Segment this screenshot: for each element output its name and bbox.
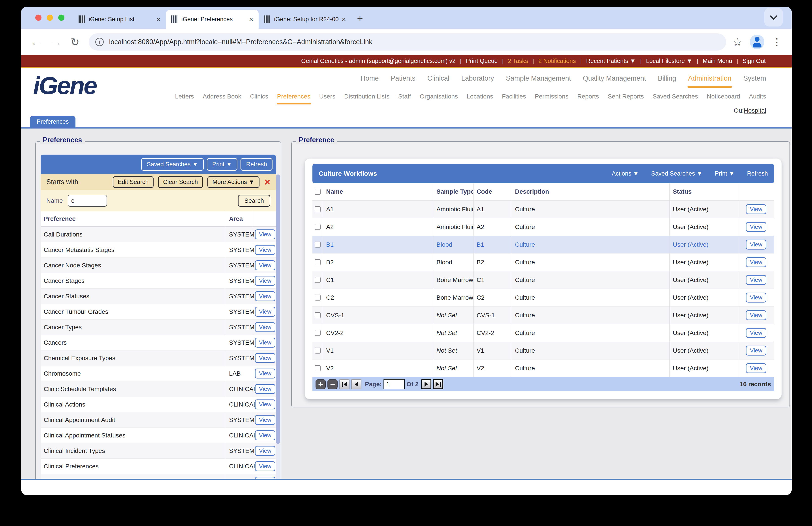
row-checkbox[interactable] bbox=[315, 365, 321, 371]
more-actions-button[interactable]: More Actions ▼ bbox=[207, 176, 260, 188]
nav-sample-management[interactable]: Sample Management bbox=[506, 74, 571, 82]
view-button[interactable]: View bbox=[255, 415, 276, 425]
subnav-facilities[interactable]: Facilities bbox=[502, 93, 526, 100]
view-button[interactable]: View bbox=[746, 328, 767, 338]
edit-search-button[interactable]: Edit Search bbox=[113, 176, 154, 188]
local-filestore-menu[interactable]: Local Filestore ▼ bbox=[646, 58, 692, 65]
maximize-window-button[interactable] bbox=[58, 15, 64, 21]
subnav-letters[interactable]: Letters bbox=[175, 93, 194, 100]
page-number-input[interactable] bbox=[383, 379, 405, 389]
nav-patients[interactable]: Patients bbox=[391, 74, 416, 82]
subnav-address-book[interactable]: Address Book bbox=[203, 93, 241, 100]
subnav-reports[interactable]: Reports bbox=[577, 93, 599, 100]
view-button[interactable]: View bbox=[255, 430, 276, 440]
row-checkbox[interactable] bbox=[315, 242, 321, 247]
subnav-permissions[interactable]: Permissions bbox=[535, 93, 568, 100]
print-button[interactable]: Print ▼ bbox=[207, 158, 238, 171]
subnav-staff[interactable]: Staff bbox=[398, 93, 411, 100]
saved-searches-button[interactable]: Saved Searches ▼ bbox=[141, 158, 203, 171]
close-window-button[interactable] bbox=[35, 15, 42, 21]
subnav-audits[interactable]: Audits bbox=[749, 93, 766, 100]
profile-avatar[interactable] bbox=[750, 35, 764, 49]
clear-search-button[interactable]: Clear Search bbox=[158, 176, 203, 188]
subnav-saved-searches[interactable]: Saved Searches bbox=[653, 93, 698, 100]
row-checkbox[interactable] bbox=[315, 259, 321, 265]
first-page-button[interactable] bbox=[339, 379, 349, 389]
nav-laboratory[interactable]: Laboratory bbox=[461, 74, 494, 82]
sign-out-link[interactable]: Sign Out bbox=[742, 58, 766, 65]
nav-administration[interactable]: Administration bbox=[688, 74, 731, 82]
view-button[interactable]: View bbox=[746, 240, 767, 250]
row-checkbox[interactable] bbox=[315, 277, 321, 283]
tasks-link[interactable]: 2 Tasks bbox=[508, 58, 528, 65]
add-row-button[interactable]: + bbox=[316, 379, 326, 389]
view-button[interactable]: View bbox=[255, 399, 276, 409]
view-button[interactable]: View bbox=[255, 369, 276, 379]
subnav-noticeboard[interactable]: Noticeboard bbox=[707, 93, 740, 100]
main-menu-link[interactable]: Main Menu bbox=[703, 58, 733, 65]
bookmark-icon[interactable]: ☆ bbox=[733, 36, 742, 48]
ou-hospital-link[interactable]: Hospital bbox=[744, 107, 766, 114]
select-all-checkbox[interactable] bbox=[315, 189, 321, 195]
view-button[interactable]: View bbox=[746, 257, 767, 267]
nav-clinical[interactable]: Clinical bbox=[427, 74, 449, 82]
browser-tab[interactable]: iGene: Setup List× bbox=[73, 10, 166, 29]
print-menu[interactable]: Print ▼ bbox=[715, 170, 735, 177]
remove-row-button[interactable]: − bbox=[328, 379, 338, 389]
view-button[interactable]: View bbox=[255, 276, 276, 286]
view-button[interactable]: View bbox=[746, 222, 767, 232]
view-button[interactable]: View bbox=[746, 275, 767, 285]
view-button[interactable]: View bbox=[255, 353, 276, 363]
reload-button[interactable]: ↻ bbox=[71, 36, 79, 48]
view-button[interactable]: View bbox=[255, 461, 276, 471]
refresh-button[interactable]: Refresh bbox=[241, 158, 273, 171]
subnav-preferences[interactable]: Preferences bbox=[277, 93, 310, 100]
view-button[interactable]: View bbox=[746, 363, 767, 373]
address-bar[interactable]: i localhost:8080/App/App.html?locale=nul… bbox=[89, 33, 726, 51]
tab-close-icon[interactable]: × bbox=[342, 15, 346, 24]
name-input[interactable] bbox=[68, 195, 107, 207]
subnav-distribution-lists[interactable]: Distribution Lists bbox=[344, 93, 389, 100]
row-checkbox[interactable] bbox=[315, 224, 321, 230]
view-button[interactable]: View bbox=[255, 477, 276, 480]
nav-system[interactable]: System bbox=[743, 74, 766, 82]
scrollbar-thumb[interactable] bbox=[276, 174, 280, 444]
view-button[interactable]: View bbox=[746, 204, 767, 214]
url-text[interactable]: localhost:8080/App/App.html?locale=null#… bbox=[109, 38, 372, 46]
browser-menu-icon[interactable]: ⋮ bbox=[772, 36, 782, 48]
print-queue-link[interactable]: Print Queue bbox=[466, 58, 497, 65]
nav-billing[interactable]: Billing bbox=[658, 74, 676, 82]
refresh-menu[interactable]: Refresh bbox=[747, 170, 768, 177]
browser-tab[interactable]: iGene: Setup for R24-000F× bbox=[259, 10, 351, 29]
next-page-button[interactable] bbox=[421, 379, 431, 389]
recent-patients-menu[interactable]: Recent Patients ▼ bbox=[586, 58, 636, 65]
browser-tab[interactable]: iGene: Preferences× bbox=[166, 10, 259, 29]
row-checkbox[interactable] bbox=[315, 295, 321, 300]
tab-close-icon[interactable]: × bbox=[156, 15, 161, 24]
search-button[interactable]: Search bbox=[238, 195, 270, 207]
forward-button[interactable]: → bbox=[51, 36, 61, 48]
user-identity[interactable]: Genial Genetics - admin (support@genialg… bbox=[301, 58, 456, 65]
row-checkbox[interactable] bbox=[315, 330, 321, 336]
new-tab-button[interactable]: + bbox=[357, 12, 363, 24]
tab-search-button[interactable] bbox=[764, 8, 783, 27]
site-info-icon[interactable]: i bbox=[95, 38, 104, 46]
row-checkbox[interactable] bbox=[315, 206, 321, 212]
saved-searches-menu[interactable]: Saved Searches ▼ bbox=[651, 170, 702, 177]
notifications-link[interactable]: 2 Notifications bbox=[538, 58, 576, 65]
subnav-clinics[interactable]: Clinics bbox=[250, 93, 268, 100]
view-button[interactable]: View bbox=[255, 338, 276, 347]
view-button[interactable]: View bbox=[255, 307, 276, 317]
actions-menu[interactable]: Actions ▼ bbox=[612, 170, 639, 177]
view-button[interactable]: View bbox=[255, 446, 276, 456]
view-button[interactable]: View bbox=[746, 293, 767, 302]
view-button[interactable]: View bbox=[746, 345, 767, 356]
previous-page-button[interactable] bbox=[351, 379, 361, 389]
nav-home[interactable]: Home bbox=[361, 74, 379, 82]
view-button[interactable]: View bbox=[255, 322, 276, 332]
nav-quality-management[interactable]: Quality Management bbox=[583, 74, 646, 82]
back-button[interactable]: ← bbox=[31, 36, 42, 48]
view-button[interactable]: View bbox=[255, 384, 276, 394]
tab-preferences[interactable]: Preferences bbox=[30, 116, 75, 127]
tab-close-icon[interactable]: × bbox=[249, 15, 253, 24]
